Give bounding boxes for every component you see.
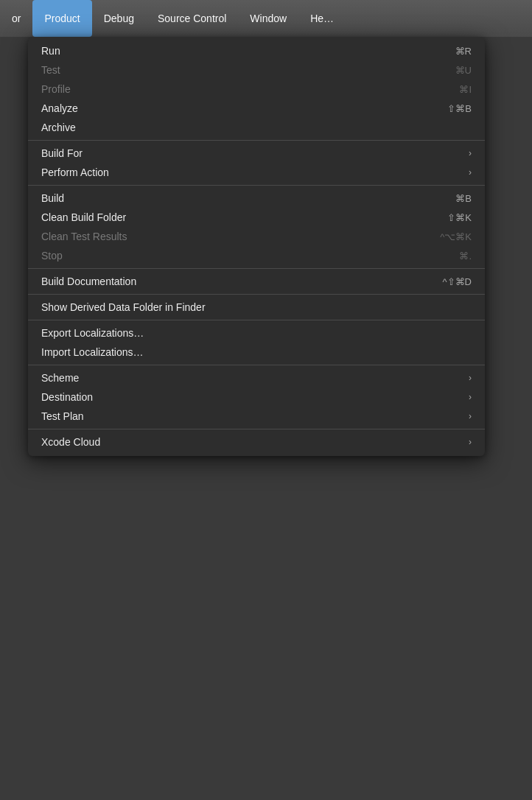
menubar-item-help[interactable]: He… (298, 0, 346, 37)
menu-separator (28, 365, 485, 365)
submenu-arrow-icon: › (469, 411, 472, 421)
submenu-arrow-icon: › (469, 392, 472, 402)
menu-separator (28, 140, 485, 141)
menu-item-test: Test⌘U (28, 60, 485, 80)
menu-separator (28, 320, 485, 320)
menubar-item-debug[interactable]: Debug (92, 0, 146, 37)
menu-item-test-plan[interactable]: Test Plan› (28, 407, 485, 426)
menu-item-build[interactable]: Build⌘B (28, 189, 485, 208)
menu-separator (28, 429, 485, 429)
menu-item-stop: Stop⌘. (28, 246, 485, 265)
menu-item-import-localizations-[interactable]: Import Localizations… (28, 343, 485, 362)
menu-item-archive[interactable]: Archive (28, 118, 485, 137)
menu-item-xcode-cloud[interactable]: Xcode Cloud› (28, 432, 485, 452)
menu-item-profile: Profile⌘I (28, 80, 485, 99)
menubar-item-source-control[interactable]: Source Control (146, 0, 238, 37)
submenu-arrow-icon: › (469, 437, 472, 447)
menu-separator (28, 268, 485, 269)
menu-item-destination[interactable]: Destination› (28, 387, 485, 407)
menu-item-build-for[interactable]: Build For› (28, 144, 485, 163)
menu-item-build-documentation[interactable]: Build Documentation^⇧⌘D (28, 272, 485, 291)
menu-separator (28, 185, 485, 186)
menu-item-run[interactable]: Run⌘R (28, 41, 485, 60)
menu-item-clean-build-folder[interactable]: Clean Build Folder⇧⌘K (28, 208, 485, 227)
submenu-arrow-icon: › (469, 167, 472, 178)
submenu-arrow-icon: › (469, 373, 472, 383)
product-dropdown-menu: Run⌘RTest⌘UProfile⌘IAnalyze⇧⌘BArchiveBui… (28, 37, 485, 456)
menu-item-show-derived-data-folder-in-finder[interactable]: Show Derived Data Folder in Finder (28, 298, 485, 317)
menubar-item-product[interactable]: Product (32, 0, 91, 37)
submenu-arrow-icon: › (469, 148, 472, 158)
menu-separator (28, 294, 485, 295)
menubar-item-window[interactable]: Window (238, 0, 298, 37)
menu-item-perform-action[interactable]: Perform Action› (28, 163, 485, 182)
menu-item-scheme[interactable]: Scheme› (28, 368, 485, 387)
menu-bar: or Product Debug Source Control Window H… (0, 0, 532, 37)
menu-item-export-localizations-[interactable]: Export Localizations… (28, 323, 485, 343)
menu-item-analyze[interactable]: Analyze⇧⌘B (28, 99, 485, 118)
menubar-item-or[interactable]: or (0, 0, 32, 37)
menu-item-clean-test-results: Clean Test Results^⌥⌘K (28, 227, 485, 246)
